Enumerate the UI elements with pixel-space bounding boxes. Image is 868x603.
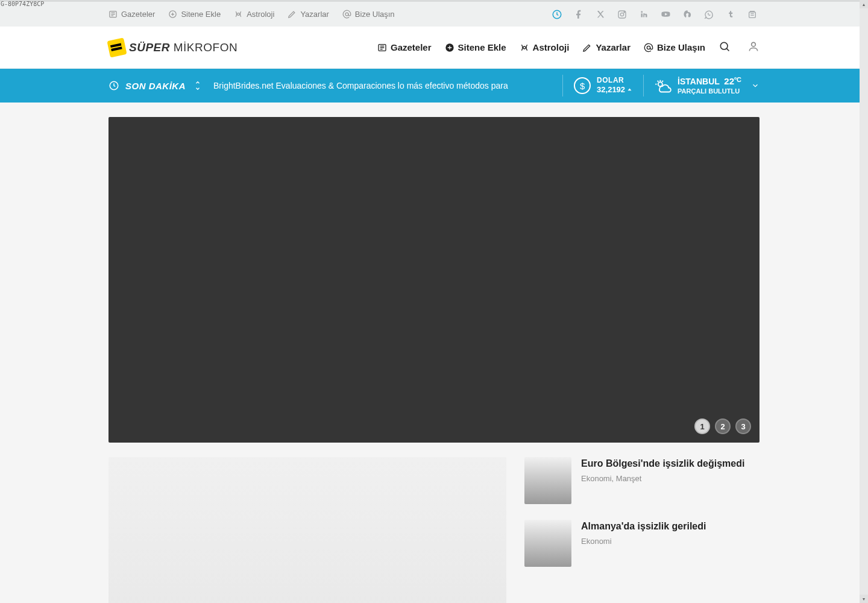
- ticker-nav[interactable]: [194, 80, 201, 92]
- nav-link-sitene-ekle[interactable]: Sitene Ekle: [445, 42, 506, 52]
- logo-glove-icon: [107, 37, 127, 57]
- chevron-down-icon[interactable]: [751, 81, 760, 90]
- util-link-bize-ulasin[interactable]: Bize Ulaşın: [342, 10, 395, 19]
- weather-city: İSTANBUL: [678, 77, 719, 86]
- nav-link-bize-ulasin[interactable]: Bize Ulaşın: [644, 42, 705, 52]
- site-logo[interactable]: SÜPER MİKROFON: [108, 39, 237, 56]
- plus-circle-filled-icon: [445, 43, 454, 52]
- instagram-icon[interactable]: [615, 7, 629, 22]
- newspaper-icon: [108, 10, 118, 19]
- scrollbar[interactable]: ▴ ▾: [860, 0, 868, 603]
- svg-rect-8: [749, 12, 756, 17]
- hero-dot-3[interactable]: 3: [735, 418, 751, 434]
- clock-icon: [108, 80, 119, 91]
- svg-point-14: [752, 42, 756, 46]
- logo-text: SÜPER MİKROFON: [129, 41, 237, 54]
- partly-cloudy-icon: [655, 77, 671, 94]
- featured-placeholder[interactable]: [108, 457, 506, 603]
- svg-point-6: [620, 13, 623, 16]
- plus-circle-icon: [168, 10, 177, 19]
- svg-point-16: [658, 82, 662, 86]
- arrow-up-icon: [627, 87, 632, 93]
- hero-dot-1[interactable]: 1: [694, 418, 710, 434]
- clock-icon[interactable]: [550, 7, 564, 22]
- svg-point-11: [523, 46, 526, 49]
- news-thumb: [524, 457, 571, 504]
- util-label: Yazarlar: [300, 10, 329, 19]
- util-link-yazarlar[interactable]: Yazarlar: [288, 10, 329, 19]
- util-label: Sitene Ekle: [181, 10, 221, 19]
- hero-dot-2[interactable]: 2: [715, 418, 731, 434]
- chevron-down-icon[interactable]: [194, 86, 201, 92]
- dollar-icon: $: [574, 77, 591, 94]
- nav-label: Astroloji: [533, 42, 570, 52]
- newspaper-icon: [377, 43, 387, 52]
- breaking-news-bar: SON DAKİKA BrightBrides.net Evaluaciones…: [0, 69, 868, 103]
- currency-value: 32,2192: [597, 85, 625, 95]
- nav-link-gazeteler[interactable]: Gazeteler: [377, 42, 432, 52]
- news-category: Ekonomi: [581, 537, 706, 546]
- facebook-icon[interactable]: [571, 7, 586, 22]
- news-category: Ekonomi, Manşet: [581, 474, 744, 483]
- weather-temp: 22: [724, 76, 734, 86]
- weather-unit: ºC: [734, 76, 741, 83]
- utility-bar: Gazeteler Sitene Ekle Astroloji Yazarlar…: [0, 0, 868, 27]
- nav-link-yazarlar[interactable]: Yazarlar: [582, 42, 631, 52]
- hero-slider[interactable]: 1 2 3: [108, 117, 760, 443]
- at-icon: [644, 43, 653, 52]
- hero-pagination: 1 2 3: [694, 418, 751, 434]
- svg-point-13: [720, 42, 728, 49]
- svg-point-12: [647, 46, 650, 49]
- google-news-icon[interactable]: [745, 7, 760, 22]
- separator: [562, 75, 563, 96]
- at-icon: [342, 10, 351, 19]
- news-title: Almanya'da işsizlik geriledi: [581, 520, 706, 533]
- nav-label: Gazeteler: [391, 42, 432, 52]
- breaking-label: SON DAKİKA: [108, 80, 186, 91]
- separator: [643, 75, 644, 96]
- pen-icon: [288, 10, 297, 19]
- util-link-astroloji[interactable]: Astroloji: [234, 10, 274, 19]
- svg-point-2: [237, 13, 240, 16]
- pinterest-icon[interactable]: [680, 7, 694, 22]
- main-nav: SÜPER MİKROFON Gazeteler Sitene Ekle Ast…: [0, 27, 868, 69]
- tracking-id: G-80P74ZY8CP: [1, 1, 44, 7]
- zodiac-icon: [234, 10, 243, 19]
- scroll-down-icon[interactable]: ▾: [860, 595, 868, 603]
- nav-link-astroloji[interactable]: Astroloji: [520, 42, 570, 52]
- weather-widget[interactable]: İSTANBUL 22ºC PARÇALI BULUTLU: [655, 76, 760, 96]
- chevron-up-icon[interactable]: [194, 80, 201, 86]
- x-twitter-icon[interactable]: [593, 7, 608, 22]
- search-icon[interactable]: [719, 40, 731, 55]
- util-label: Astroloji: [247, 10, 274, 19]
- util-link-sitene-ekle[interactable]: Sitene Ekle: [168, 10, 221, 19]
- ticker-headline[interactable]: BrightBrides.net Evaluaciones & Comparac…: [213, 81, 552, 90]
- currency-name: DOLAR: [597, 76, 632, 85]
- whatsapp-icon[interactable]: [702, 7, 716, 22]
- zodiac-icon: [520, 43, 529, 52]
- news-title: Euro Bölgesi'nde işsizlik değişmedi: [581, 457, 744, 470]
- svg-point-7: [624, 11, 624, 12]
- user-icon[interactable]: [747, 40, 760, 55]
- nav-label: Sitene Ekle: [458, 42, 506, 52]
- pen-icon: [582, 43, 592, 52]
- news-thumb: [524, 520, 571, 567]
- util-label: Gazeteler: [121, 10, 155, 19]
- util-label: Bize Ulaşın: [355, 10, 395, 19]
- sidebar-news-item[interactable]: Euro Bölgesi'nde işsizlik değişmedi Ekon…: [524, 457, 760, 504]
- svg-point-3: [345, 13, 348, 16]
- util-link-gazeteler[interactable]: Gazeteler: [108, 10, 155, 19]
- nav-label: Bize Ulaşın: [657, 42, 705, 52]
- nav-label: Yazarlar: [596, 42, 631, 52]
- linkedin-icon[interactable]: [637, 7, 651, 22]
- youtube-icon[interactable]: [658, 7, 673, 22]
- weather-desc: PARÇALI BULUTLU: [678, 87, 741, 96]
- tumblr-icon[interactable]: [723, 7, 738, 22]
- currency-widget[interactable]: $ DOLAR 32,2192: [574, 76, 632, 95]
- sidebar-news-item[interactable]: Almanya'da işsizlik geriledi Ekonomi: [524, 520, 760, 567]
- scroll-up-icon[interactable]: ▴: [860, 0, 868, 8]
